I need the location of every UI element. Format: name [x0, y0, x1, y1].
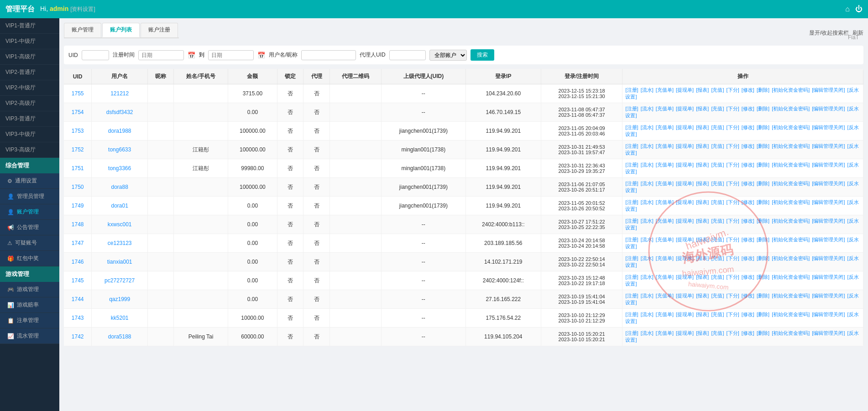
action-link[interactable]: [编辑管理关闭]: [812, 199, 845, 205]
action-link[interactable]: [修改]: [742, 162, 754, 167]
action-link[interactable]: [提现单]: [676, 162, 694, 167]
toggle-search-button[interactable]: 显开/收起搜索栏: [809, 29, 849, 37]
action-link[interactable]: [下分]: [727, 330, 739, 336]
action-link[interactable]: [修改]: [742, 218, 754, 224]
action-link[interactable]: [注册]: [625, 199, 638, 205]
cell-username[interactable]: dora88: [92, 178, 148, 197]
cell-uid[interactable]: 1744: [64, 290, 92, 309]
sidebar-item-vip1-mid[interactable]: VIP1-中级厅: [0, 34, 59, 49]
sidebar-item-game-management[interactable]: 🎮 游戏管理: [0, 282, 59, 297]
action-link[interactable]: [流水]: [641, 218, 654, 224]
cell-uid[interactable]: 1751: [64, 159, 92, 178]
action-link[interactable]: [下分]: [727, 106, 739, 111]
action-link[interactable]: [流水]: [641, 87, 654, 93]
action-link[interactable]: [充值]: [711, 274, 724, 280]
cell-uid[interactable]: 1753: [64, 122, 92, 140]
date-from-input[interactable]: [138, 50, 184, 60]
action-link[interactable]: [下分]: [727, 199, 739, 205]
tab-account-management[interactable]: 账户管理: [64, 23, 101, 37]
action-link[interactable]: [编辑管理关闭]: [812, 143, 845, 149]
action-link[interactable]: [编辑管理关闭]: [812, 181, 845, 186]
action-link[interactable]: [报表]: [696, 237, 709, 242]
action-link[interactable]: [报表]: [696, 218, 709, 224]
action-link[interactable]: [删除]: [757, 274, 769, 280]
action-link[interactable]: [充值单]: [656, 162, 674, 167]
action-link[interactable]: [初始化资金密码]: [772, 181, 810, 186]
action-link[interactable]: [充值]: [711, 255, 724, 261]
action-link[interactable]: [删除]: [757, 87, 769, 93]
action-link[interactable]: [修改]: [742, 199, 754, 205]
action-link[interactable]: [注册]: [625, 293, 638, 298]
cell-username[interactable]: tong6633: [92, 140, 148, 159]
cell-username[interactable]: qaz1999: [92, 290, 148, 309]
action-link[interactable]: [初始化资金密码]: [772, 87, 810, 93]
action-link[interactable]: [注册]: [625, 181, 638, 186]
action-link[interactable]: [编辑管理关闭]: [812, 218, 845, 224]
action-link[interactable]: [充值]: [711, 125, 724, 130]
action-link[interactable]: [注册]: [625, 162, 638, 167]
calendar-from-icon[interactable]: 📅: [188, 52, 195, 59]
action-link[interactable]: [编辑管理关闭]: [812, 162, 845, 167]
action-link[interactable]: [注册]: [625, 274, 638, 280]
sidebar-item-game-odds[interactable]: 📊 游戏赔率: [0, 297, 59, 313]
action-link[interactable]: [提现单]: [676, 199, 694, 205]
profile-settings-link[interactable]: [资料设置]: [70, 6, 95, 12]
action-link[interactable]: [提现单]: [676, 274, 694, 280]
action-link[interactable]: [流水]: [641, 199, 654, 205]
action-link[interactable]: [下分]: [727, 274, 739, 280]
cell-uid[interactable]: 1746: [64, 253, 92, 271]
action-link[interactable]: [充值单]: [656, 274, 674, 280]
action-link[interactable]: [编辑管理关闭]: [812, 125, 845, 130]
action-link[interactable]: [报表]: [696, 162, 709, 167]
cell-uid[interactable]: 1750: [64, 178, 92, 197]
action-link[interactable]: [充值单]: [656, 199, 674, 205]
action-link[interactable]: [充值]: [711, 293, 724, 298]
action-link[interactable]: [充值单]: [656, 255, 674, 261]
sidebar-item-general-settings[interactable]: ⚙ 通用设置: [0, 173, 59, 189]
action-link[interactable]: [初始化资金密码]: [772, 143, 810, 149]
action-link[interactable]: [删除]: [757, 312, 769, 317]
sidebar-item-vip1-normal[interactable]: VIP1-普通厅: [0, 18, 59, 34]
action-link[interactable]: [修改]: [742, 87, 754, 93]
action-link[interactable]: [充值]: [711, 87, 724, 93]
sidebar-item-account-management[interactable]: 👤 账户管理: [0, 204, 59, 220]
action-link[interactable]: [充值单]: [656, 87, 674, 93]
cell-username[interactable]: tong3366: [92, 159, 148, 178]
sidebar-item-vip3-mid[interactable]: VIP3-中级厅: [0, 127, 59, 142]
power-icon[interactable]: ⏻: [855, 5, 863, 13]
action-link[interactable]: [编辑管理关闭]: [812, 255, 845, 261]
action-link[interactable]: [报表]: [696, 125, 709, 130]
action-link[interactable]: [充值单]: [656, 181, 674, 186]
action-link[interactable]: [提现单]: [676, 293, 694, 298]
sidebar-item-vip3-high[interactable]: VIP3-高级厅: [0, 142, 59, 158]
action-link[interactable]: [编辑管理关闭]: [812, 274, 845, 280]
cell-uid[interactable]: 1748: [64, 215, 92, 234]
action-link[interactable]: [提现单]: [676, 237, 694, 242]
sidebar-item-vip3-normal[interactable]: VIP3-普通厅: [0, 111, 59, 127]
action-link[interactable]: [流水]: [641, 181, 654, 186]
action-link[interactable]: [报表]: [696, 312, 709, 317]
action-link[interactable]: [流水]: [641, 237, 654, 242]
action-link[interactable]: [修改]: [742, 274, 754, 280]
action-link[interactable]: [充值单]: [656, 125, 674, 130]
action-link[interactable]: [充值单]: [656, 106, 674, 111]
action-link[interactable]: [删除]: [757, 330, 769, 336]
action-link[interactable]: [修改]: [742, 330, 754, 336]
action-link[interactable]: [初始化资金密码]: [772, 330, 810, 336]
tab-account-register[interactable]: 账户注册: [141, 23, 178, 37]
action-link[interactable]: [提现单]: [676, 312, 694, 317]
action-link[interactable]: [修改]: [742, 237, 754, 242]
action-link[interactable]: [删除]: [757, 162, 769, 167]
home-icon[interactable]: ⌂: [845, 5, 850, 13]
action-link[interactable]: [修改]: [742, 255, 754, 261]
action-link[interactable]: [初始化资金密码]: [772, 237, 810, 242]
action-link[interactable]: [流水]: [641, 143, 654, 149]
action-link[interactable]: [注册]: [625, 87, 638, 93]
action-link[interactable]: [流水]: [641, 125, 654, 130]
action-link[interactable]: [删除]: [757, 255, 769, 261]
cell-username[interactable]: dora01: [92, 197, 148, 215]
agent-uid-input[interactable]: [389, 50, 426, 60]
action-link[interactable]: [编辑管理关闭]: [812, 330, 845, 336]
search-button[interactable]: 搜索: [471, 49, 494, 61]
username-input[interactable]: [301, 50, 356, 60]
